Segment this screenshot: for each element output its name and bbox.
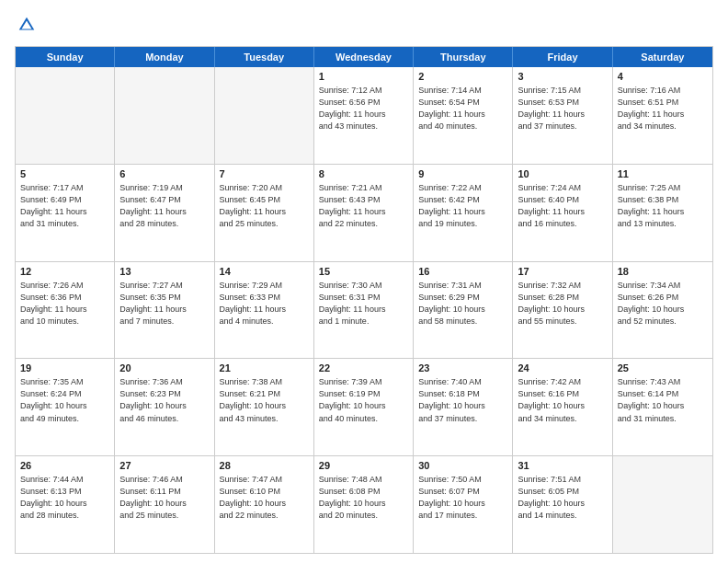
- day-info: Sunrise: 7:42 AM Sunset: 6:16 PM Dayligh…: [518, 376, 607, 424]
- day-cell-3: 3Sunrise: 7:15 AM Sunset: 6:53 PM Daylig…: [513, 67, 612, 164]
- calendar-row-3: 19Sunrise: 7:35 AM Sunset: 6:24 PM Dayli…: [16, 358, 712, 455]
- day-info: Sunrise: 7:20 AM Sunset: 6:45 PM Dayligh…: [220, 182, 309, 230]
- day-cell-30: 30Sunrise: 7:50 AM Sunset: 6:07 PM Dayli…: [414, 456, 513, 553]
- day-number: 23: [418, 362, 507, 373]
- empty-cell-0-1: [115, 67, 214, 164]
- day-info: Sunrise: 7:12 AM Sunset: 6:56 PM Dayligh…: [319, 85, 408, 132]
- day-info: Sunrise: 7:26 AM Sunset: 6:36 PM Dayligh…: [20, 280, 109, 327]
- day-number: 12: [20, 266, 109, 277]
- day-info: Sunrise: 7:50 AM Sunset: 6:07 PM Dayligh…: [418, 474, 507, 522]
- day-info: Sunrise: 7:24 AM Sunset: 6:40 PM Dayligh…: [518, 182, 607, 230]
- day-cell-22: 22Sunrise: 7:39 AM Sunset: 6:19 PM Dayli…: [314, 359, 414, 455]
- day-cell-4: 4Sunrise: 7:16 AM Sunset: 6:51 PM Daylig…: [613, 67, 712, 164]
- empty-cell-4-6: [613, 456, 712, 553]
- day-cell-8: 8Sunrise: 7:21 AM Sunset: 6:43 PM Daylig…: [314, 165, 414, 261]
- day-cell-23: 23Sunrise: 7:40 AM Sunset: 6:18 PM Dayli…: [414, 359, 513, 455]
- header-day-wednesday: Wednesday: [314, 47, 414, 67]
- day-info: Sunrise: 7:25 AM Sunset: 6:38 PM Dayligh…: [618, 182, 708, 230]
- day-info: Sunrise: 7:21 AM Sunset: 6:43 PM Dayligh…: [319, 182, 408, 230]
- day-info: Sunrise: 7:14 AM Sunset: 6:54 PM Dayligh…: [418, 85, 507, 132]
- header-day-monday: Monday: [115, 47, 214, 67]
- day-info: Sunrise: 7:34 AM Sunset: 6:26 PM Dayligh…: [618, 280, 708, 327]
- day-number: 17: [518, 266, 607, 277]
- day-info: Sunrise: 7:35 AM Sunset: 6:24 PM Dayligh…: [20, 376, 109, 424]
- header: [15, 15, 713, 39]
- day-number: 24: [518, 362, 607, 373]
- day-number: 5: [20, 168, 109, 179]
- day-number: 10: [518, 168, 607, 179]
- calendar-row-2: 12Sunrise: 7:26 AM Sunset: 6:36 PM Dayli…: [16, 261, 712, 359]
- day-cell-9: 9Sunrise: 7:22 AM Sunset: 6:42 PM Daylig…: [414, 165, 513, 261]
- day-number: 25: [618, 362, 708, 373]
- empty-cell-0-0: [16, 67, 115, 164]
- day-cell-19: 19Sunrise: 7:35 AM Sunset: 6:24 PM Dayli…: [16, 359, 115, 455]
- day-cell-10: 10Sunrise: 7:24 AM Sunset: 6:40 PM Dayli…: [513, 165, 612, 261]
- day-number: 31: [518, 460, 607, 471]
- day-number: 21: [220, 362, 309, 373]
- calendar-row-1: 5Sunrise: 7:17 AM Sunset: 6:49 PM Daylig…: [16, 164, 712, 261]
- day-number: 22: [319, 362, 408, 373]
- day-number: 7: [220, 168, 309, 179]
- day-number: 1: [319, 71, 408, 82]
- day-number: 9: [418, 168, 507, 179]
- page: SundayMondayTuesdayWednesdayThursdayFrid…: [0, 0, 728, 563]
- day-number: 29: [319, 460, 408, 471]
- day-number: 27: [119, 460, 209, 471]
- logo-icon: [17, 15, 37, 35]
- calendar: SundayMondayTuesdayWednesdayThursdayFrid…: [15, 46, 713, 554]
- header-day-friday: Friday: [513, 47, 612, 67]
- day-info: Sunrise: 7:43 AM Sunset: 6:14 PM Dayligh…: [618, 376, 708, 424]
- day-info: Sunrise: 7:48 AM Sunset: 6:08 PM Dayligh…: [319, 474, 408, 522]
- day-number: 8: [319, 168, 408, 179]
- day-number: 30: [418, 460, 507, 471]
- day-info: Sunrise: 7:16 AM Sunset: 6:51 PM Dayligh…: [618, 85, 708, 132]
- day-number: 26: [20, 460, 109, 471]
- header-day-sunday: Sunday: [16, 47, 115, 67]
- day-cell-14: 14Sunrise: 7:29 AM Sunset: 6:33 PM Dayli…: [215, 262, 314, 359]
- day-cell-7: 7Sunrise: 7:20 AM Sunset: 6:45 PM Daylig…: [215, 165, 314, 261]
- day-info: Sunrise: 7:44 AM Sunset: 6:13 PM Dayligh…: [20, 474, 109, 522]
- day-cell-27: 27Sunrise: 7:46 AM Sunset: 6:11 PM Dayli…: [115, 456, 214, 553]
- day-cell-21: 21Sunrise: 7:38 AM Sunset: 6:21 PM Dayli…: [215, 359, 314, 455]
- day-cell-1: 1Sunrise: 7:12 AM Sunset: 6:56 PM Daylig…: [314, 67, 414, 164]
- empty-cell-0-2: [215, 67, 314, 164]
- header-day-tuesday: Tuesday: [215, 47, 314, 67]
- day-cell-25: 25Sunrise: 7:43 AM Sunset: 6:14 PM Dayli…: [613, 359, 712, 455]
- day-number: 16: [418, 266, 507, 277]
- day-info: Sunrise: 7:47 AM Sunset: 6:10 PM Dayligh…: [220, 474, 309, 522]
- day-cell-28: 28Sunrise: 7:47 AM Sunset: 6:10 PM Dayli…: [215, 456, 314, 553]
- day-cell-15: 15Sunrise: 7:30 AM Sunset: 6:31 PM Dayli…: [314, 262, 414, 359]
- day-info: Sunrise: 7:30 AM Sunset: 6:31 PM Dayligh…: [319, 280, 408, 327]
- day-cell-6: 6Sunrise: 7:19 AM Sunset: 6:47 PM Daylig…: [115, 165, 214, 261]
- day-number: 18: [618, 266, 708, 277]
- day-info: Sunrise: 7:51 AM Sunset: 6:05 PM Dayligh…: [518, 474, 607, 522]
- calendar-row-4: 26Sunrise: 7:44 AM Sunset: 6:13 PM Dayli…: [16, 455, 712, 553]
- calendar-header: SundayMondayTuesdayWednesdayThursdayFrid…: [16, 47, 712, 67]
- day-number: 19: [20, 362, 109, 373]
- day-number: 6: [119, 168, 209, 179]
- day-cell-29: 29Sunrise: 7:48 AM Sunset: 6:08 PM Dayli…: [314, 456, 414, 553]
- day-info: Sunrise: 7:15 AM Sunset: 6:53 PM Dayligh…: [518, 85, 607, 132]
- day-info: Sunrise: 7:36 AM Sunset: 6:23 PM Dayligh…: [119, 376, 209, 424]
- day-number: 3: [518, 71, 607, 82]
- day-cell-2: 2Sunrise: 7:14 AM Sunset: 6:54 PM Daylig…: [414, 67, 513, 164]
- day-cell-5: 5Sunrise: 7:17 AM Sunset: 6:49 PM Daylig…: [16, 165, 115, 261]
- header-day-saturday: Saturday: [613, 47, 712, 67]
- day-cell-26: 26Sunrise: 7:44 AM Sunset: 6:13 PM Dayli…: [16, 456, 115, 553]
- day-cell-18: 18Sunrise: 7:34 AM Sunset: 6:26 PM Dayli…: [613, 262, 712, 359]
- header-day-thursday: Thursday: [414, 47, 513, 67]
- calendar-row-0: 1Sunrise: 7:12 AM Sunset: 6:56 PM Daylig…: [16, 67, 712, 164]
- day-number: 20: [119, 362, 209, 373]
- day-info: Sunrise: 7:32 AM Sunset: 6:28 PM Dayligh…: [518, 280, 607, 327]
- day-info: Sunrise: 7:40 AM Sunset: 6:18 PM Dayligh…: [418, 376, 507, 424]
- day-info: Sunrise: 7:38 AM Sunset: 6:21 PM Dayligh…: [220, 376, 309, 424]
- day-number: 14: [220, 266, 309, 277]
- day-info: Sunrise: 7:39 AM Sunset: 6:19 PM Dayligh…: [319, 376, 408, 424]
- day-cell-31: 31Sunrise: 7:51 AM Sunset: 6:05 PM Dayli…: [513, 456, 612, 553]
- day-number: 2: [418, 71, 507, 82]
- day-cell-11: 11Sunrise: 7:25 AM Sunset: 6:38 PM Dayli…: [613, 165, 712, 261]
- day-cell-17: 17Sunrise: 7:32 AM Sunset: 6:28 PM Dayli…: [513, 262, 612, 359]
- day-number: 15: [319, 266, 408, 277]
- day-cell-24: 24Sunrise: 7:42 AM Sunset: 6:16 PM Dayli…: [513, 359, 612, 455]
- day-info: Sunrise: 7:46 AM Sunset: 6:11 PM Dayligh…: [119, 474, 209, 522]
